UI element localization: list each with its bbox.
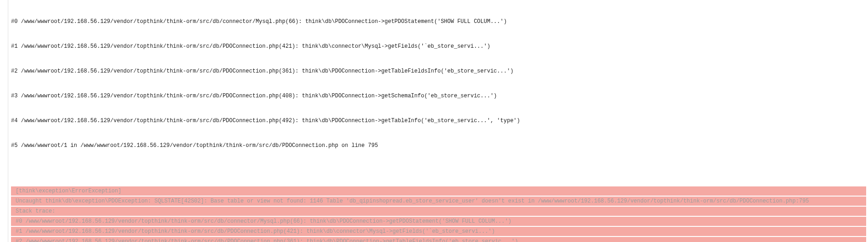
stack-line[interactable]: #5 /www/wwwroot/1 in /www/wwwroot/192.16… <box>11 141 866 150</box>
stack-line[interactable]: #2 /www/wwwroot/192.168.56.129/vendor/to… <box>11 67 866 75</box>
error-line[interactable]: #2 /www/wwwroot/192.168.56.129/vendor/to… <box>11 237 866 242</box>
ide-left-gutter: ◣ Bookmarks ⧉ 结构 <box>0 0 8 242</box>
stack-line[interactable]: #0 /www/wwwroot/192.168.56.129/vendor/to… <box>11 17 866 26</box>
stack-line[interactable]: #1 /www/wwwroot/192.168.56.129/vendor/to… <box>11 42 866 51</box>
highlighted-error-block: [think\exception\ErrorException] Uncaugh… <box>9 186 868 242</box>
error-line[interactable]: #1 /www/wwwroot/192.168.56.129/vendor/to… <box>11 227 866 236</box>
error-line[interactable]: [think\exception\ErrorException] <box>11 186 866 196</box>
error-line[interactable]: Uncaught think\db\exception\PDOException… <box>11 197 866 206</box>
stack-trace-top: #0 /www/wwwroot/192.168.56.129/vendor/to… <box>9 0 868 167</box>
error-line[interactable]: Stack trace: <box>11 207 866 216</box>
console-content: #0 /www/wwwroot/192.168.56.129/vendor/to… <box>8 0 868 242</box>
stack-line[interactable]: #4 /www/wwwroot/192.168.56.129/vendor/to… <box>11 117 866 125</box>
error-line[interactable]: #0 /www/wwwroot/192.168.56.129/vendor/to… <box>11 217 866 226</box>
stack-line[interactable]: #3 /www/wwwroot/192.168.56.129/vendor/to… <box>11 92 866 100</box>
